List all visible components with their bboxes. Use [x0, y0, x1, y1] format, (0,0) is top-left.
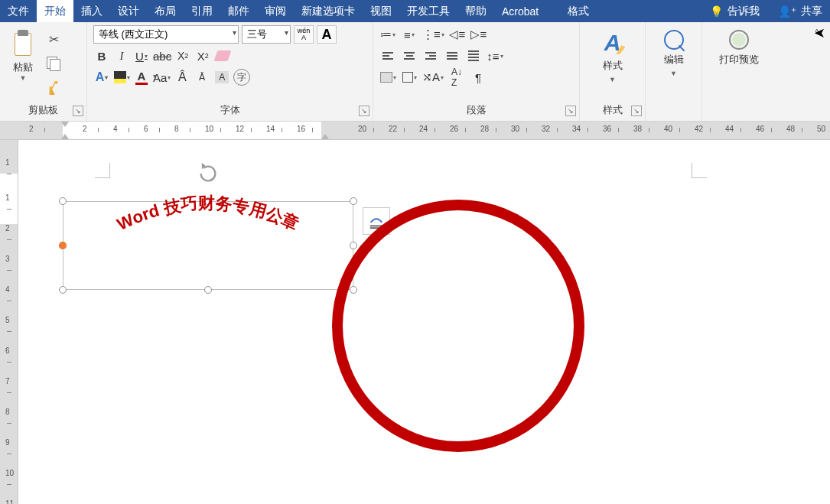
- enclose-char-button[interactable]: 字: [233, 68, 250, 86]
- ruler-h-tick: 6: [144, 125, 148, 133]
- resize-handle-sw[interactable]: [59, 286, 67, 294]
- right-indent[interactable]: [321, 134, 329, 139]
- character-border-button[interactable]: A: [317, 25, 337, 44]
- first-line-indent[interactable]: [61, 122, 69, 127]
- shading-button[interactable]: ▾: [379, 68, 396, 86]
- oval-shape[interactable]: [332, 200, 584, 452]
- menu-format[interactable]: 格式: [560, 0, 597, 22]
- decrease-indent-button[interactable]: ◁≡: [449, 25, 466, 44]
- text-direction-button[interactable]: ⤭A▾: [422, 68, 444, 86]
- align-justify-button[interactable]: [444, 47, 461, 65]
- ruler-v-tick: 4: [5, 285, 10, 294]
- ruler-v-tick: 7: [5, 377, 10, 385]
- align-center-button[interactable]: [401, 47, 418, 65]
- group-clipboard-label: 剪贴板: [28, 103, 58, 117]
- resize-handle-e[interactable]: [350, 242, 357, 249]
- multilevel-button[interactable]: ⋮≡▾: [422, 25, 444, 44]
- menu-review[interactable]: 审阅: [257, 0, 294, 22]
- scissors-icon: ✂: [49, 32, 59, 47]
- show-marks-button[interactable]: ¶: [470, 68, 487, 86]
- char-shading-button[interactable]: A: [213, 68, 230, 86]
- print-preview-button[interactable]: 打印预览: [708, 25, 770, 67]
- hanging-indent[interactable]: [61, 134, 69, 139]
- menu-help[interactable]: 帮助: [457, 0, 494, 22]
- styles-button[interactable]: A 样式 ▼: [591, 25, 635, 83]
- bold-button[interactable]: B: [93, 47, 110, 65]
- align-right-button[interactable]: [422, 47, 439, 65]
- align-left-icon: [382, 52, 393, 60]
- ruler-vertical[interactable]: 11234567891011: [0, 140, 18, 504]
- numbering-button[interactable]: ≡▾: [401, 25, 418, 44]
- paragraph-launcher[interactable]: ↘: [565, 106, 576, 116]
- align-center-icon: [404, 52, 415, 60]
- indent-icon: ▷≡: [470, 28, 487, 41]
- preview-label: 打印预览: [719, 53, 759, 67]
- menu-insert[interactable]: 插入: [73, 0, 110, 22]
- ruler-h-tick: 30: [511, 125, 519, 133]
- resize-handle-nw[interactable]: [59, 197, 67, 205]
- share-label: 共享: [801, 5, 822, 18]
- menu-newtab[interactable]: 新建选项卡: [294, 0, 363, 22]
- wordart-text: Word 技巧财务专用公章: [97, 193, 319, 255]
- phonetic-guide-button[interactable]: wénA: [294, 25, 314, 44]
- group-styles: A 样式 ▼ 样式 ↘: [580, 22, 646, 121]
- sort-button[interactable]: A↓Z: [448, 68, 465, 86]
- ruler-h-tick: 50: [817, 125, 825, 133]
- styles-launcher[interactable]: ↘: [631, 106, 642, 116]
- strikethrough-button[interactable]: abc: [153, 47, 171, 65]
- rotate-handle[interactable]: [197, 163, 219, 184]
- underline-button[interactable]: U▾: [133, 47, 150, 65]
- font-color-button[interactable]: A▾: [133, 68, 150, 86]
- change-case-button[interactable]: Aa▾: [153, 68, 171, 86]
- menu-bar: 文件 开始 插入 设计 布局 引用 邮件 审阅 新建选项卡 视图 开发工具 帮助…: [0, 0, 830, 22]
- menu-dev[interactable]: 开发工具: [399, 0, 457, 22]
- increase-indent-button[interactable]: ▷≡: [470, 25, 487, 44]
- menu-acrobat[interactable]: Acrobat: [494, 0, 546, 22]
- grow-font-button[interactable]: Â: [174, 68, 190, 86]
- bullets-button[interactable]: ≔▾: [379, 25, 396, 44]
- multilevel-icon: ⋮≡: [422, 28, 441, 41]
- ruler-h-tick: 48: [786, 125, 795, 133]
- ruler-horizontal[interactable]: 2246810121416202224262830323436384042444…: [0, 122, 830, 140]
- document-canvas[interactable]: Word 技巧财务专用公章: [18, 140, 830, 504]
- svg-text:Word 技巧财务专用公章: Word 技巧财务专用公章: [114, 193, 302, 234]
- tell-me[interactable]: 💡 告诉我: [699, 0, 770, 22]
- menu-home[interactable]: 开始: [37, 0, 73, 22]
- menu-file[interactable]: 文件: [0, 0, 37, 22]
- edit-button[interactable]: 编辑 ▼: [652, 25, 696, 77]
- cut-button[interactable]: ✂: [44, 30, 63, 48]
- ruler-h-tick: 28: [480, 125, 489, 133]
- menu-view[interactable]: 视图: [363, 0, 399, 22]
- copy-button[interactable]: [44, 54, 63, 73]
- subscript-button[interactable]: X2: [174, 47, 191, 65]
- resize-handle-s[interactable]: [204, 286, 212, 294]
- menu-design[interactable]: 设计: [110, 0, 147, 22]
- align-distributed-button[interactable]: [465, 47, 482, 65]
- font-launcher[interactable]: ↘: [359, 106, 369, 116]
- borders-button[interactable]: ▾: [401, 68, 418, 86]
- adjust-handle[interactable]: [59, 242, 67, 249]
- align-left-button[interactable]: [379, 47, 396, 65]
- ruler-v-tick: 5: [5, 316, 10, 324]
- ruler-v-tick: 9: [5, 438, 10, 447]
- format-painter-button[interactable]: [44, 79, 63, 97]
- wordart-textbox[interactable]: Word 技巧财务专用公章: [63, 201, 353, 290]
- font-size-combo[interactable]: 三号▾: [242, 25, 291, 44]
- clear-format-button[interactable]: [214, 47, 231, 65]
- line-spacing-button[interactable]: ↕≡▾: [487, 47, 503, 65]
- highlight-button[interactable]: ▾: [113, 68, 130, 86]
- share-button[interactable]: 👤⁺ 共享: [770, 0, 830, 22]
- chevron-down-icon: ▼: [609, 76, 616, 83]
- menu-references[interactable]: 引用: [184, 0, 220, 22]
- italic-button[interactable]: I: [113, 47, 130, 65]
- line-spacing-icon: ↕≡: [487, 50, 499, 63]
- shrink-font-button[interactable]: Ǎ: [194, 68, 210, 86]
- text-effects-button[interactable]: A▾: [93, 68, 110, 86]
- clipboard-launcher[interactable]: ↘: [73, 106, 83, 116]
- menu-layout[interactable]: 布局: [147, 0, 184, 22]
- superscript-button[interactable]: X2: [194, 47, 211, 65]
- resize-handle-ne[interactable]: [350, 197, 357, 205]
- paste-button[interactable]: 粘贴 ▼: [6, 25, 40, 82]
- font-name-combo[interactable]: 等线 (西文正文)▾: [93, 25, 239, 44]
- menu-mailings[interactable]: 邮件: [220, 0, 257, 22]
